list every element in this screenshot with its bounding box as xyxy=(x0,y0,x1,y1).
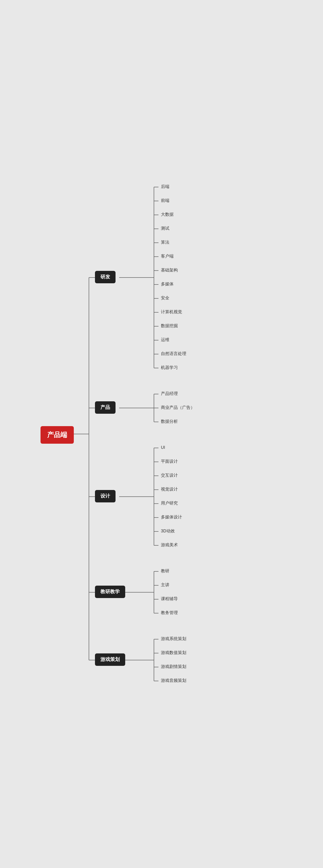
leaf-node: 客户端 xyxy=(161,253,173,260)
leaf-node: 运维 xyxy=(161,337,169,343)
leaf-node: 算法 xyxy=(161,239,169,246)
category-node-chanpin: 产品 xyxy=(95,401,116,414)
leaf-node: 安全 xyxy=(161,295,169,302)
category-node-yanfa: 研发 xyxy=(95,271,116,283)
leaf-node: 数据挖掘 xyxy=(161,322,178,329)
leaf-node: 大数据 xyxy=(161,211,173,218)
leaf-node: 平面设计 xyxy=(161,458,178,465)
leaf-node: 测试 xyxy=(161,225,169,232)
leaf-node: 自然语言处理 xyxy=(161,350,186,357)
leaf-node: 多媒体 xyxy=(161,281,173,287)
leaf-node: 3D动效 xyxy=(161,528,175,534)
category-node-jiaoyanjiaoxue: 教研教学 xyxy=(95,586,125,598)
category-node-sheji: 设计 xyxy=(95,490,116,502)
leaf-node: 多媒体设计 xyxy=(161,514,182,521)
leaf-node: 视觉设计 xyxy=(161,486,178,493)
leaf-node: 教务管理 xyxy=(161,610,178,616)
leaf-node: 教研 xyxy=(161,568,169,575)
leaf-node: UI xyxy=(161,444,165,451)
leaf-node: 产品经理 xyxy=(161,391,178,397)
mind-map: 产品端研发后端前端大数据测试算法客户端基础架构多媒体安全计算机视觉数据挖掘运维自… xyxy=(25,156,298,712)
leaf-node: 游戏音频策划 xyxy=(161,677,186,684)
leaf-node: 机器学习 xyxy=(161,364,178,371)
leaf-node: 前端 xyxy=(161,197,169,204)
leaf-node: 计算机视觉 xyxy=(161,309,182,315)
leaf-node: 课程辅导 xyxy=(161,596,178,602)
leaf-node: 游戏美术 xyxy=(161,542,178,549)
leaf-node: 交互设计 xyxy=(161,472,178,479)
root-node: 产品端 xyxy=(40,426,74,444)
leaf-node: 游戏剧情策划 xyxy=(161,663,186,670)
leaf-node: 后端 xyxy=(161,183,169,190)
leaf-node: 游戏系统策划 xyxy=(161,636,186,642)
leaf-node: 数据分析 xyxy=(161,418,178,425)
category-node-youxicehua: 游戏策划 xyxy=(95,653,125,666)
leaf-node: 商业产品（广告） xyxy=(161,404,195,411)
leaf-node: 基础架构 xyxy=(161,267,178,274)
leaf-node: 游戏数值策划 xyxy=(161,650,186,656)
leaf-node: 主讲 xyxy=(161,582,169,588)
leaf-node: 用户研究 xyxy=(161,500,178,507)
